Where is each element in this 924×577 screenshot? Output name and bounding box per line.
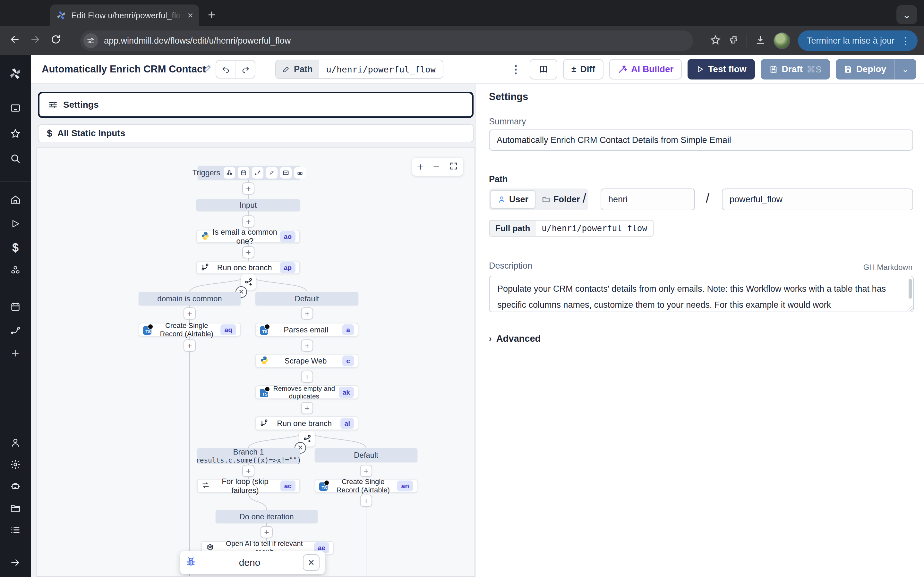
browser-menu-kebab-icon[interactable]: ⋮: [901, 35, 911, 47]
sidebar-runs-play-icon[interactable]: [0, 219, 31, 229]
path-name-input[interactable]: [722, 189, 913, 210]
flow-node-a[interactable]: TS Parses email a: [255, 323, 359, 337]
deno-popup[interactable]: deno ✕: [180, 551, 325, 574]
sidebar-favorites-star-icon[interactable]: [0, 128, 31, 139]
reload-icon[interactable]: [45, 34, 66, 47]
sidebar-workers-robot-icon[interactable]: [0, 481, 31, 492]
user-toggle[interactable]: User: [491, 190, 535, 209]
tab-close-icon[interactable]: ×: [187, 11, 193, 20]
download-icon[interactable]: [755, 35, 766, 47]
sidebar-search-icon[interactable]: [0, 153, 31, 164]
add-step-plus-icon[interactable]: +: [301, 402, 313, 414]
summary-input[interactable]: [489, 129, 913, 151]
description-textarea[interactable]: Populate your CRM contacts' details from…: [489, 276, 914, 312]
flow-node-ac[interactable]: For loop (skip failures) ac: [197, 479, 300, 493]
textarea-resize-handle[interactable]: [907, 306, 913, 311]
poll-trigger-icon[interactable]: [294, 167, 306, 179]
flow-graph-canvas[interactable]: + − Triggers Input Is email a common one…: [36, 147, 475, 577]
add-step-plus-icon[interactable]: +: [242, 182, 254, 195]
popup-close-icon[interactable]: ✕: [303, 554, 320, 571]
sidebar-schedules-calendar-icon[interactable]: [0, 301, 31, 312]
schedule-trigger-icon[interactable]: [238, 167, 249, 179]
flow-node-ao[interactable]: Is email a common one? ao: [196, 230, 300, 243]
do-one-iteration-node[interactable]: Do one iteration: [216, 510, 318, 523]
add-step-plus-icon[interactable]: +: [301, 371, 313, 383]
add-step-plus-icon[interactable]: +: [184, 308, 196, 319]
flow-node-partial[interactable]: [172, 576, 298, 577]
sidebar-user-icon[interactable]: [0, 437, 31, 448]
more-options-kebab-icon[interactable]: ⋮: [508, 63, 524, 76]
add-step-plus-icon[interactable]: +: [360, 465, 372, 477]
add-step-plus-icon[interactable]: +: [301, 308, 313, 319]
deploy-button[interactable]: Deploy: [836, 64, 894, 74]
zoom-out-icon[interactable]: −: [433, 161, 439, 173]
settings-card[interactable]: Settings: [38, 92, 473, 118]
add-step-plus-icon[interactable]: +: [242, 215, 254, 227]
branch-header-default2[interactable]: Default: [315, 448, 417, 462]
new-tab-button[interactable]: +: [208, 8, 215, 21]
zoom-in-icon[interactable]: +: [417, 161, 423, 173]
sidebar-settings-gear-icon[interactable]: [0, 459, 31, 470]
windmill-logo-icon[interactable]: [0, 67, 31, 81]
flow-title[interactable]: Automatically Enrich CRM Contact: [42, 63, 212, 75]
webhook-trigger-icon[interactable]: [224, 167, 235, 179]
address-bar[interactable]: app.windmill.dev/flows/edit/u/henri/powe…: [80, 31, 693, 51]
sidebar-variables-dollar-icon[interactable]: $: [0, 241, 31, 255]
advanced-section-toggle[interactable]: › Advanced: [489, 334, 541, 344]
flow-node-ap[interactable]: Run one branch ap: [196, 261, 300, 274]
add-step-plus-icon[interactable]: +: [301, 340, 313, 351]
path-chip[interactable]: Path u/henri/powerful_flow: [275, 60, 443, 79]
folder-toggle[interactable]: Folder: [535, 190, 586, 209]
site-settings-icon[interactable]: [83, 33, 98, 48]
sidebar-apps-icon[interactable]: [0, 103, 31, 113]
docs-book-button[interactable]: [530, 59, 557, 79]
play-icon: [696, 65, 704, 73]
browser-tab[interactable]: Edit Flow u/henri/powerful_flo ×: [50, 5, 199, 26]
add-step-plus-icon[interactable]: +: [360, 495, 372, 507]
add-step-plus-icon[interactable]: +: [184, 340, 196, 351]
ai-builder-button[interactable]: AI Builder: [609, 59, 682, 79]
flow-node-aq[interactable]: TS Create Single Record (Airtable) aq: [139, 323, 241, 337]
branch-header-branch1[interactable]: Branch 1 results.c.some((x)=>x!=""): [197, 448, 300, 464]
bookmark-star-icon[interactable]: [710, 35, 721, 47]
add-step-plus-icon[interactable]: +: [242, 246, 254, 258]
flow-node-ak[interactable]: TS Removes empty and duplicates ak: [255, 385, 359, 399]
sidebar-home-icon[interactable]: [0, 194, 31, 205]
sidebar-logs-list-icon[interactable]: [0, 524, 31, 535]
sidebar-expand-arrow-icon[interactable]: [0, 557, 31, 568]
textarea-scrollbar[interactable]: [909, 279, 912, 299]
extensions-icon[interactable]: [729, 35, 739, 47]
edit-title-pencil-icon[interactable]: [204, 63, 212, 75]
route-trigger-icon[interactable]: [252, 167, 263, 179]
undo-button[interactable]: [216, 61, 236, 78]
flow-node-an[interactable]: TS Create Single Record (Airtable) an: [315, 479, 417, 493]
back-icon[interactable]: [5, 34, 25, 48]
add-step-plus-icon[interactable]: +: [242, 465, 254, 477]
redo-button[interactable]: [236, 61, 255, 78]
node-label: Removes empty and duplicates: [272, 385, 336, 400]
browser-update-button[interactable]: Terminer la mise à jour ⋮: [798, 31, 918, 51]
tab-search-chevron-icon[interactable]: ⌄: [897, 5, 917, 24]
triggers-node[interactable]: Triggers: [198, 166, 300, 180]
flow-node-c[interactable]: Scrape Web c: [255, 354, 359, 367]
branch-header-default[interactable]: Default: [255, 292, 359, 306]
websocket-trigger-icon[interactable]: [266, 167, 278, 179]
input-node[interactable]: Input: [196, 199, 300, 211]
sidebar-resources-cubes-icon[interactable]: [0, 265, 31, 276]
fullscreen-icon[interactable]: [449, 161, 458, 173]
deploy-chevron-button[interactable]: ⌄: [894, 59, 916, 79]
branch-header-domain-is-common[interactable]: domain is common: [139, 292, 241, 306]
sidebar-add-plus-icon[interactable]: +: [0, 346, 31, 361]
profile-avatar[interactable]: [774, 32, 790, 49]
path-owner-input[interactable]: [601, 189, 695, 210]
add-step-plus-icon[interactable]: +: [260, 526, 273, 538]
sidebar-routes-icon[interactable]: [0, 325, 31, 336]
forward-icon[interactable]: [25, 34, 45, 48]
email-trigger-icon[interactable]: [280, 167, 292, 179]
test-flow-button[interactable]: Test flow: [688, 59, 754, 79]
diff-button[interactable]: ± Diff: [563, 59, 604, 79]
all-static-inputs-card[interactable]: $ All Static Inputs: [38, 124, 473, 142]
flow-node-al[interactable]: Run one branch al: [255, 416, 359, 430]
sidebar-folders-icon[interactable]: [0, 503, 31, 514]
draft-button[interactable]: Draft ⌘S: [761, 59, 830, 79]
